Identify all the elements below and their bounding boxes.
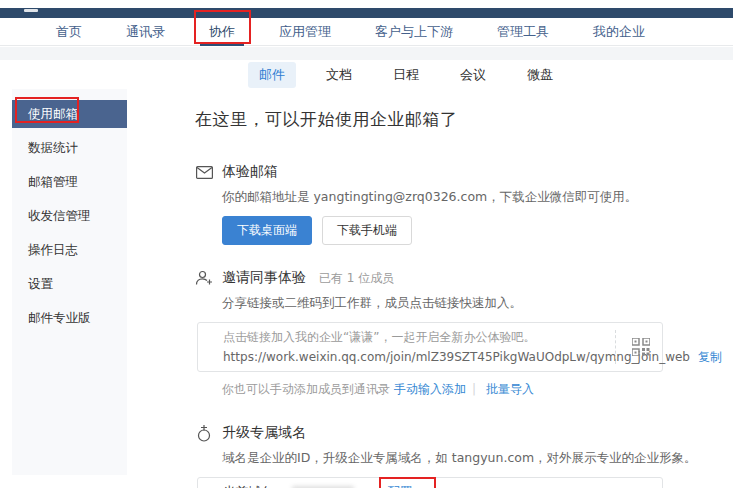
current-domain-label: 当前域名： (223, 484, 286, 488)
mailbox-section: 体验邮箱 你的邮箱地址是 yangtingting@zrq0326.com，下载… (195, 163, 733, 245)
tab-meeting[interactable]: 会议 (449, 62, 497, 88)
screen: 首页 通讯录 协作 应用管理 客户与上下游 管理工具 我的企业 邮件 文档 日程… (0, 0, 733, 488)
nav-item-contacts[interactable]: 通讯录 (126, 18, 165, 46)
batch-import-link[interactable]: 批量导入 (486, 382, 534, 396)
copy-link[interactable]: 复制 (698, 350, 722, 364)
sidebar-item-data-stats[interactable]: 数据统计 (12, 134, 127, 162)
sidebar-item-mail-pro[interactable]: 邮件专业版 (12, 304, 127, 332)
download-mobile-button[interactable]: 下载手机端 (322, 216, 412, 245)
nav-item-label: 协作 (209, 24, 235, 39)
manual-add-link[interactable]: 手动输入添加 (394, 382, 466, 396)
section-title: 升级专属域名 (222, 424, 306, 442)
main-nav: 首页 通讯录 协作 应用管理 客户与上下游 管理工具 我的企业 (0, 18, 733, 46)
manual-add-row: 你也可以手动添加成员到通讯录手动输入添加|批量导入 (222, 381, 733, 398)
share-text: 点击链接加入我的企业“谦谦”，一起开启全新办公体验吧。 (223, 329, 607, 346)
tab-calendar[interactable]: 日程 (382, 62, 430, 88)
sidebar: 使用邮箱 数据统计 邮箱管理 收发信管理 操作日志 设置 邮件专业版 (12, 89, 127, 475)
content-row: 使用邮箱 数据统计 邮箱管理 收发信管理 操作日志 设置 邮件专业版 在这里，可… (0, 89, 733, 475)
share-link-box: 点击链接加入我的企业“谦谦”，一起开启全新办公体验吧。 https://work… (197, 322, 663, 372)
nav-item-my-enterprise[interactable]: 我的企业 (593, 18, 645, 46)
domain-section: 升级专属域名 域名是企业的ID，升级企业专属域名，如 tangyun.com，对… (195, 424, 733, 488)
nav-item-admin-tools[interactable]: 管理工具 (497, 18, 549, 46)
active-nav-underline (200, 43, 244, 46)
nav-item-collaboration[interactable]: 协作 (209, 18, 235, 46)
member-count: 已有 1 位成员 (319, 270, 394, 287)
domain-upgrade-icon (195, 424, 213, 442)
invite-desc: 分享链接或二维码到工作群，成员点击链接快速加入。 (222, 295, 733, 312)
tab-drive[interactable]: 微盘 (516, 62, 564, 88)
invite-section: 邀请同事体验 已有 1 位成员 分享链接或二维码到工作群，成员点击链接快速加入。… (195, 269, 733, 398)
envelope-icon (195, 163, 213, 181)
sidebar-item-send-receive-management[interactable]: 收发信管理 (12, 202, 127, 230)
main-content: 在这里，可以开始使用企业邮箱了 体验邮箱 你的邮箱地址是 yangtingtin… (127, 89, 733, 475)
top-dark-bar (0, 8, 733, 18)
download-desktop-button[interactable]: 下载桌面端 (222, 216, 312, 245)
section-title: 体验邮箱 (222, 163, 278, 181)
section-title: 邀请同事体验 (222, 269, 306, 287)
sidebar-item-use-mailbox[interactable]: 使用邮箱 (12, 100, 127, 128)
share-url: https://work.weixin.qq.com/join/mlZ39SZT… (223, 350, 690, 364)
tab-mail[interactable]: 邮件 (248, 62, 296, 88)
tab-docs[interactable]: 文档 (315, 62, 363, 88)
mailbox-desc: 你的邮箱地址是 yangtingting@zrq0326.com，下载企业微信即… (222, 189, 733, 206)
domain-desc: 域名是企业的ID，升级企业专属域名，如 tangyun.com，对外展示专业的企… (222, 450, 733, 467)
page-title: 在这里，可以开始使用企业邮箱了 (195, 108, 733, 131)
dashed-divider (615, 330, 616, 364)
sidebar-item-settings[interactable]: 设置 (12, 270, 127, 298)
sidebar-item-mailbox-management[interactable]: 邮箱管理 (12, 168, 127, 196)
logo-fragment (24, 9, 38, 12)
configure-link[interactable]: 配置 (387, 484, 412, 488)
qr-code-icon[interactable] (630, 336, 652, 358)
nav-item-customers[interactable]: 客户与上下游 (375, 18, 453, 46)
domain-suffix: om (356, 485, 376, 488)
nav-item-app-management[interactable]: 应用管理 (279, 18, 331, 46)
nav-item-home[interactable]: 首页 (56, 18, 82, 46)
current-domain-box: 当前域名： om 配置 (197, 477, 663, 488)
sidebar-item-label: 使用邮箱 (28, 106, 78, 121)
manual-hint: 你也可以手动添加成员到通讯录 (222, 382, 390, 396)
person-plus-icon (195, 269, 213, 287)
link-separator: | (472, 382, 476, 396)
sidebar-item-operation-log[interactable]: 操作日志 (12, 236, 127, 264)
sub-tabs: 邮件 文档 日程 会议 微盘 (0, 60, 733, 89)
gray-band (0, 47, 733, 60)
